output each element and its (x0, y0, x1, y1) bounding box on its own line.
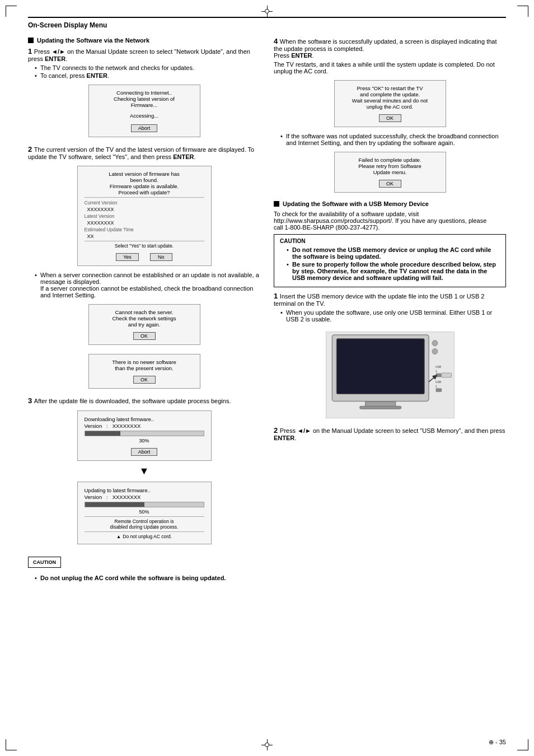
progress-bar-2 (85, 502, 144, 507)
ok-btn-4: OK (379, 180, 401, 188)
svg-text:USB: USB (435, 366, 441, 368)
screen-line: been found. (85, 177, 204, 183)
screen-line: Check the network settings (96, 315, 193, 321)
abort-btn-2: Abort (131, 448, 158, 456)
caution-bullet: Do not remove the USB memory device or u… (287, 246, 500, 260)
screen-line: Remote Control operation is (85, 519, 204, 524)
bullet-item: If the software was not updated successf… (280, 133, 506, 146)
center-top-mark (261, 6, 273, 17)
step-1-num: 1 (28, 47, 34, 55)
ok-btn-1: OK (133, 332, 156, 340)
step-1-usb-num: 1 (274, 292, 280, 300)
step-4-text: When the software is successfully update… (274, 38, 497, 59)
corner-br (517, 739, 528, 750)
step-4-num: 4 (274, 37, 280, 45)
bullet-item: When you update the software, use only o… (280, 309, 506, 323)
screen-line: Select "Yes" to start update. (85, 243, 204, 249)
svg-rect-8 (435, 374, 441, 377)
screen-line: Update menu. (341, 169, 439, 175)
svg-rect-12 (441, 373, 451, 377)
progress-bar (85, 431, 121, 436)
step-1-usb: 1 Insert the USB memory device with the … (274, 292, 506, 323)
screen-line: unplug the AC cord. (341, 104, 439, 110)
caution-label: CAUTION (33, 559, 56, 565)
screen-line: Downloading latest firmware.. (85, 416, 204, 422)
svg-text:1: 1 (435, 370, 437, 373)
step-2-usb-num: 2 (274, 426, 280, 435)
corner-tr (517, 6, 528, 17)
caution-bullet: Do not unplug the AC cord while the soft… (35, 575, 260, 581)
caution-2-box: CAUTION Do not remove the USB memory dev… (274, 234, 506, 287)
screen-mockup-1: Connecting to Internet.. Checking latest… (88, 85, 200, 137)
svg-rect-3 (359, 406, 401, 409)
bullet-item: To cancel, press ENTER. (35, 72, 260, 79)
caution-bullets: Do not unplug the AC cord while the soft… (35, 575, 260, 581)
step-2-text: The current version of the TV and the la… (28, 146, 254, 160)
warning-text: Do not unplug AC cord. (123, 534, 172, 539)
page: On-Screen Display Menu Updating the Soft… (0, 0, 534, 756)
bullet-item: When a server connection cannot be estab… (35, 272, 260, 298)
two-column-layout: Updating the Software via the Network 1 … (28, 37, 506, 584)
screen-row: XXXXXXXX (85, 206, 204, 212)
screen-line: Version : XXXXXXXX (85, 494, 204, 500)
screen-err2: There is no newer software than the pres… (88, 354, 200, 389)
screen-btn-row: Yes No (85, 251, 204, 261)
ok-btn-2: OK (133, 376, 156, 384)
tv-image-wrap: USB 1 USB 2 (274, 327, 506, 423)
screen-line: Updating to latest firmware.. (85, 487, 204, 493)
step-3-num: 3 (28, 396, 34, 405)
screen-warning: ▲ Do not unplug AC cord. (85, 534, 204, 539)
step-2-usb: 2 Press ◄/► on the Manual Update screen … (274, 426, 506, 441)
section-heading-text: Updating the Software via the Network (37, 37, 149, 44)
section-2-heading: Updating the Software with a USB Memory … (274, 200, 506, 207)
step-4: 4 When the software is successfully upda… (274, 37, 506, 196)
corner-bl (6, 739, 17, 750)
svg-rect-1 (336, 339, 424, 394)
screen-mockup-1-wrap: Connecting to Internet.. Checking latest… (28, 81, 260, 141)
tv-svg: USB 1 USB 2 (326, 332, 454, 418)
yes-btn: Yes (116, 253, 139, 261)
step-1: 1 Press ◄/► on the Manual Update screen … (28, 47, 260, 141)
step-2-usb-text: Press ◄/► on the Manual Update screen to… (274, 427, 505, 441)
page-number: ⊕ - 35 (489, 739, 506, 746)
screen-line: Version : XXXXXXXX (85, 423, 204, 429)
page-title: On-Screen Display Menu (28, 21, 107, 29)
caution-bullet: Be sure to properly follow the whole pro… (287, 261, 500, 281)
svg-point-4 (432, 340, 438, 346)
screen-4b-wrap: Failed to complete update. Please retry … (274, 148, 506, 196)
step-2-bullets: When a server connection cannot be estab… (35, 272, 260, 298)
screen-line: Failed to complete update. (341, 157, 439, 163)
caution-2-label: CAUTION (280, 238, 500, 244)
step-2-num: 2 (28, 145, 34, 153)
step-4-text-2: The TV restarts, and it takes a while un… (274, 61, 506, 74)
section-2-url: http://www.sharpusa.com/products/support… (274, 217, 392, 224)
screen-err1-wrap: Cannot reach the server. Check the netwo… (28, 301, 260, 348)
caution-2-bullets: Do not remove the USB memory device or u… (287, 246, 500, 281)
page-number-value: 35 (499, 739, 506, 745)
step-1-usb-bullets: When you update the software, use only o… (280, 309, 506, 323)
corner-tl (6, 6, 17, 17)
screen-mockup-2-wrap: Latest version of firmware has been foun… (28, 162, 260, 269)
screen-line: 30% (85, 438, 204, 444)
screen-row: Latest Version (85, 213, 204, 219)
no-btn: No (150, 253, 172, 261)
screen-3a-wrap: Downloading latest firmware.. Version : … (28, 407, 260, 464)
center-bottom-mark (261, 739, 273, 750)
screen-line: Proceed with update? (85, 189, 204, 195)
ok-btn-3: OK (379, 114, 401, 122)
bullet-item: The TV connects to the network and check… (35, 64, 260, 71)
screen-3b-wrap: Updating to latest firmware.. Version : … (28, 478, 260, 548)
screen-line: Firmware update is available. (85, 183, 204, 189)
tv-image: USB 1 USB 2 (326, 332, 455, 418)
screen-mockup-2: Latest version of firmware has been foun… (77, 166, 212, 266)
screen-line: Firmware... (96, 102, 193, 108)
svg-rect-2 (365, 402, 395, 406)
step-3: 3 After the update file is downloaded, t… (28, 396, 260, 548)
screen-line: and try again. (96, 321, 193, 328)
arrow-down: ▼ (28, 465, 260, 477)
screen-err1: Cannot reach the server. Check the netwo… (88, 304, 200, 345)
step-4-bullets: If the software was not updated successf… (280, 133, 506, 146)
screen-err2-wrap: There is no newer software than the pres… (28, 351, 260, 392)
caution-box-bottom: CAUTION (28, 557, 61, 568)
abort-btn: Abort (131, 124, 158, 132)
